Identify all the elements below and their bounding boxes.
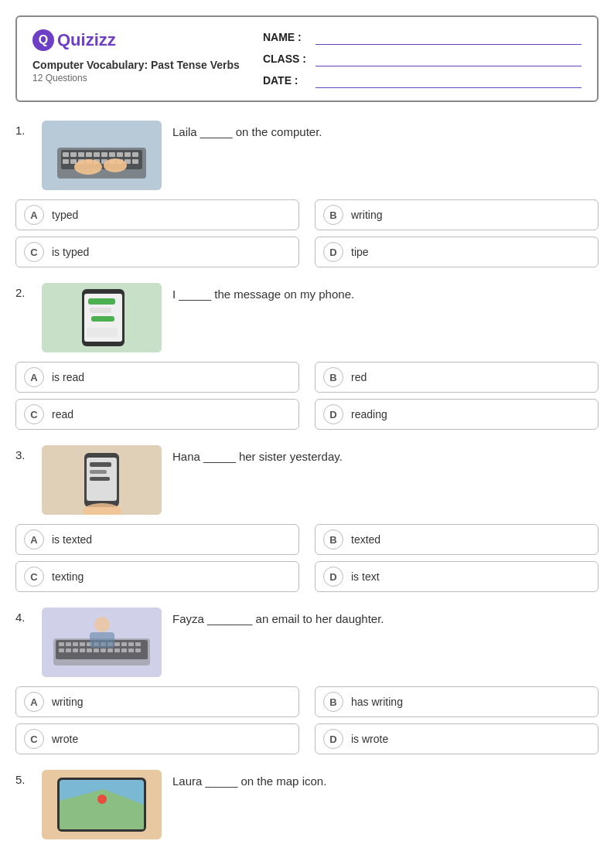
questions-container: 1. Laila _____ on the computer. A typed [15,121,599,849]
svg-rect-28 [88,298,115,305]
option-letter-2-C: C [24,404,44,424]
question-number-4: 4. [15,611,31,624]
option-text-2-A: is read [52,371,84,383]
option-letter-2-D: D [323,404,343,424]
question-header-5: 5. Laura _____ on the map icon. [15,770,599,839]
svg-rect-51 [121,642,127,646]
option-3-A[interactable]: A is texted [15,524,299,555]
option-text-2-D: reading [351,408,387,420]
option-1-D[interactable]: D tipe [315,237,599,267]
svg-rect-12 [132,152,138,157]
option-text-2-B: red [351,371,367,383]
svg-point-23 [74,159,102,175]
svg-rect-45 [80,642,85,646]
option-letter-4-B: B [323,692,343,712]
svg-rect-62 [114,648,120,652]
option-1-A[interactable]: A typed [15,199,299,230]
question-header-4: 4. Fayza _______ an email to her daughte… [15,608,599,677]
name-row: NAME : [263,29,582,45]
svg-rect-6 [86,152,92,157]
option-letter-3-A: A [24,529,44,550]
svg-rect-43 [66,642,71,646]
svg-rect-22 [132,159,138,164]
option-4-C[interactable]: C wrote [15,723,299,754]
question-image-4 [42,608,162,677]
svg-rect-64 [128,648,134,652]
option-3-D[interactable]: D is text [315,561,599,592]
svg-rect-31 [87,328,118,337]
option-text-3-C: texting [52,570,84,583]
question-4: 4. Fayza _______ an email to her daughte… [15,608,599,754]
option-text-2-C: read [52,408,73,420]
svg-rect-10 [117,152,123,157]
name-line[interactable] [316,29,582,45]
svg-rect-11 [125,152,131,157]
question-number-3: 3. [15,448,31,461]
option-text-1-C: is typed [52,246,89,258]
option-3-B[interactable]: B texted [315,524,599,555]
svg-rect-4 [70,152,77,157]
option-text-4-A: writing [52,696,83,708]
svg-point-71 [97,795,107,804]
option-4-D[interactable]: D is wrote [315,723,599,754]
question-text-1: Laila _____ on the computer. [172,121,322,138]
question-header-1: 1. Laila _____ on the computer. [15,121,599,190]
svg-rect-52 [128,642,134,646]
worksheet-subtitle: 12 Questions [32,73,240,83]
option-letter-1-A: A [24,205,44,225]
options-grid-1: A typed B writing C is typed D tipe [15,199,599,267]
svg-rect-5 [78,152,84,157]
svg-rect-63 [121,648,127,652]
option-letter-2-A: A [24,367,44,387]
svg-point-66 [94,617,110,632]
question-header-3: 3. Hana _____ her sister yesterday. [15,445,599,515]
question-5: 5. Laura _____ on the map icon. [15,770,599,849]
svg-rect-37 [90,477,110,481]
svg-rect-35 [90,462,111,467]
option-2-D[interactable]: D reading [315,399,599,430]
option-text-1-A: typed [52,209,78,221]
svg-rect-3 [63,152,69,157]
option-2-A[interactable]: A is read [15,362,299,393]
option-4-B[interactable]: B has writing [315,686,599,717]
svg-point-24 [104,158,127,172]
class-label: CLASS : [263,53,309,65]
question-3: 3. Hana _____ her sister yesterday. A is… [15,445,599,592]
question-number-5: 5. [15,773,31,786]
logo-icon: Q [32,29,54,51]
option-2-B[interactable]: B red [315,362,599,393]
svg-rect-13 [63,159,69,164]
option-text-4-D: is wrote [351,733,388,745]
question-2: 2. I _____ the message on my phone. A is… [15,283,599,430]
question-image-2 [42,283,162,352]
svg-rect-55 [66,648,71,652]
logo: Q Quizizz [32,29,240,51]
svg-rect-61 [107,648,113,652]
options-grid-4: A writing B has writing C wrote D is wro… [15,686,599,754]
svg-rect-36 [90,470,107,474]
question-number-2: 2. [15,286,31,299]
question-image-5 [42,770,162,839]
worksheet-title: Computer Vocabulary: Past Tense Verbs [32,59,240,71]
option-1-B[interactable]: B writing [315,199,599,230]
option-3-C[interactable]: C texting [15,561,299,592]
svg-rect-30 [91,316,114,322]
option-4-A[interactable]: A writing [15,686,299,717]
class-line[interactable] [316,51,582,66]
option-letter-4-C: C [24,729,44,749]
form-area: NAME : CLASS : DATE : [263,29,582,88]
date-row: DATE : [263,73,582,88]
option-letter-3-B: B [323,529,343,550]
question-1: 1. Laila _____ on the computer. A typed [15,121,599,267]
question-image-3 [42,445,162,515]
option-text-4-C: wrote [52,733,78,745]
option-letter-3-C: C [24,567,44,587]
question-text-3: Hana _____ her sister yesterday. [172,445,343,463]
option-1-C[interactable]: C is typed [15,237,299,267]
question-text-2: I _____ the message on my phone. [172,283,354,301]
date-line[interactable] [316,73,582,88]
option-2-C[interactable]: C read [15,399,299,430]
name-label: NAME : [263,31,309,43]
svg-rect-8 [101,152,107,157]
question-header-2: 2. I _____ the message on my phone. [15,283,599,352]
